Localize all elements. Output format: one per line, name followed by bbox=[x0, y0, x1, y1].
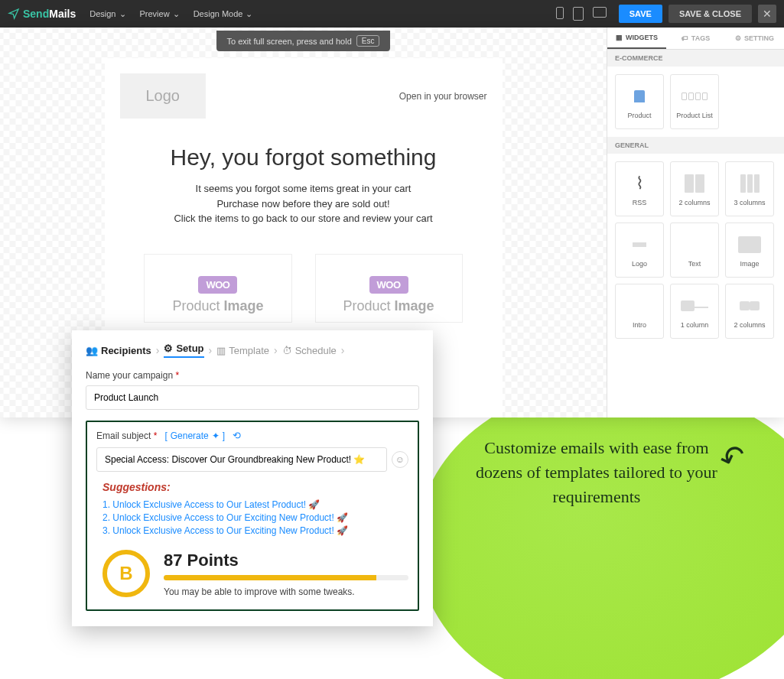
users-icon: 👥 bbox=[86, 345, 98, 356]
logo-placeholder[interactable]: Logo bbox=[120, 73, 207, 119]
app-topbar: SendMails Design ⌄ Preview ⌄ Design Mode… bbox=[0, 0, 784, 28]
ai-icon: ✦ bbox=[212, 430, 220, 441]
widget-product-list[interactable]: Product List bbox=[670, 74, 719, 129]
generate-link[interactable]: [Generate ✦] bbox=[164, 430, 225, 441]
widget-intro[interactable]: Intro bbox=[615, 284, 664, 339]
esc-key: Esc bbox=[356, 35, 380, 47]
send-icon bbox=[8, 8, 20, 20]
columns-2b-icon bbox=[736, 294, 763, 318]
step-schedule[interactable]: ⏱Schedule bbox=[282, 345, 337, 356]
woo-badge: WOO bbox=[369, 276, 408, 294]
chevron-right-icon: › bbox=[209, 344, 213, 356]
emoji-button[interactable]: ☺ bbox=[392, 451, 408, 468]
logo-icon bbox=[626, 232, 653, 257]
campaign-name-input[interactable] bbox=[86, 385, 419, 410]
suggestion-item[interactable]: Unlock Exclusive Access to Our Exciting … bbox=[102, 525, 408, 536]
menu-preview[interactable]: Preview ⌄ bbox=[140, 9, 180, 19]
widget-text[interactable]: Text bbox=[670, 223, 719, 278]
image-icon bbox=[736, 232, 763, 257]
shirt-icon bbox=[634, 90, 645, 102]
tab-setting[interactable]: ⚙SETTING bbox=[725, 28, 784, 49]
woo-badge: WOO bbox=[198, 276, 237, 294]
suggestion-item[interactable]: Unlock Exclusive Access to Our Exciting … bbox=[102, 512, 408, 523]
close-icon[interactable]: ✕ bbox=[758, 5, 776, 23]
campaign-name-label: Name your campaign * bbox=[86, 370, 419, 381]
refresh-icon[interactable]: ⟲ bbox=[233, 430, 241, 441]
gear-icon: ⚙ bbox=[164, 343, 173, 354]
chevron-down-icon: ⌄ bbox=[119, 9, 126, 19]
tab-widgets[interactable]: ▦WIDGETS bbox=[607, 28, 666, 49]
widget-3-columns[interactable]: 3 columns bbox=[725, 161, 774, 216]
tag-icon: 🏷 bbox=[682, 34, 688, 42]
widget-2-columns[interactable]: 2 columns bbox=[670, 161, 719, 216]
template-icon: ▥ bbox=[216, 345, 226, 356]
clock-icon: ⏱ bbox=[282, 345, 292, 356]
gear-icon: ⚙ bbox=[735, 34, 741, 42]
widget-2-columns-b[interactable]: 2 columns bbox=[725, 284, 774, 339]
menu-design-mode[interactable]: Design Mode ⌄ bbox=[194, 9, 253, 19]
text-icon bbox=[681, 232, 708, 257]
column-1-icon bbox=[681, 294, 708, 318]
right-panel: ▦WIDGETS 🏷TAGS ⚙SETTING E-COMMERCE Produ… bbox=[607, 28, 784, 417]
wizard-steps: 👥Recipients › ⚙Setup › ▥Template › ⏱Sche… bbox=[86, 343, 419, 358]
rss-icon: ⌇ bbox=[626, 171, 653, 196]
open-in-browser-link[interactable]: Open in your browser bbox=[399, 91, 487, 102]
menu-design[interactable]: Design ⌄ bbox=[89, 9, 125, 19]
subject-highlight-box: Email subject * [Generate ✦] ⟲ ☺ Suggest… bbox=[86, 421, 419, 611]
chevron-right-icon: › bbox=[341, 344, 345, 356]
widget-1-column[interactable]: 1 column bbox=[670, 284, 719, 339]
product-image-label: Product Image bbox=[172, 298, 263, 314]
email-headline[interactable]: Hey, you forgot something bbox=[120, 145, 487, 171]
brand-text-right: Mails bbox=[49, 8, 76, 20]
panel-tabs: ▦WIDGETS 🏷TAGS ⚙SETTING bbox=[607, 28, 784, 50]
step-template[interactable]: ▥Template bbox=[216, 345, 269, 356]
campaign-setup-card: 👥Recipients › ⚙Setup › ▥Template › ⏱Sche… bbox=[72, 330, 433, 626]
score-row: B 87 Points You may be able to improve w… bbox=[102, 550, 408, 597]
tablet-icon[interactable] bbox=[573, 7, 584, 21]
score-hint: You may be able to improve with some twe… bbox=[164, 586, 408, 597]
grid-icon: ▦ bbox=[616, 34, 623, 41]
section-general: GENERAL bbox=[607, 137, 784, 154]
widget-rss[interactable]: ⌇RSS bbox=[615, 161, 664, 216]
save-button[interactable]: SAVE bbox=[619, 5, 662, 23]
subject-input[interactable] bbox=[96, 447, 387, 472]
score-progress bbox=[164, 575, 408, 580]
subject-label: Email subject * bbox=[96, 430, 157, 441]
email-body[interactable]: It seems you forgot some items great in … bbox=[120, 181, 487, 226]
desktop-icon[interactable] bbox=[593, 7, 607, 18]
suggestions-list: Unlock Exclusive Access to Our Latest Pr… bbox=[102, 499, 408, 536]
step-recipients[interactable]: 👥Recipients bbox=[86, 345, 151, 356]
chevron-right-icon: › bbox=[274, 344, 278, 356]
chevron-right-icon: › bbox=[156, 344, 160, 356]
fullscreen-hint: To exit full screen, press and hold Esc bbox=[216, 31, 391, 51]
widget-logo[interactable]: Logo bbox=[615, 223, 664, 278]
save-close-button[interactable]: SAVE & CLOSE bbox=[669, 5, 752, 23]
shirt-grid-icon bbox=[681, 84, 708, 109]
score-badge: B bbox=[102, 550, 150, 597]
chevron-down-icon: ⌄ bbox=[246, 9, 252, 19]
marketing-callout: Customize emails with ease from dozens o… bbox=[470, 436, 723, 509]
suggestions-heading: Suggestions: bbox=[102, 481, 408, 493]
brand-logo: SendMails bbox=[8, 8, 76, 20]
section-ecommerce: E-COMMERCE bbox=[607, 50, 784, 67]
suggestion-item[interactable]: Unlock Exclusive Access to Our Latest Pr… bbox=[102, 499, 408, 510]
product-image-label: Product Image bbox=[343, 298, 434, 314]
decorative-blob bbox=[417, 382, 784, 679]
product-row: WOO Product Image WOO Product Image bbox=[120, 254, 487, 323]
tab-tags[interactable]: 🏷TAGS bbox=[666, 28, 725, 49]
chevron-down-icon: ⌄ bbox=[173, 9, 180, 19]
phone-icon[interactable] bbox=[556, 7, 564, 19]
columns-3-icon bbox=[736, 171, 763, 196]
widget-image[interactable]: Image bbox=[725, 223, 774, 278]
top-menu: Design ⌄ Preview ⌄ Design Mode ⌄ bbox=[89, 9, 252, 19]
device-preview-icons bbox=[556, 7, 607, 21]
score-points: 87 Points bbox=[164, 551, 408, 570]
product-card[interactable]: WOO Product Image bbox=[144, 254, 291, 323]
widget-product[interactable]: Product bbox=[615, 74, 664, 129]
step-setup[interactable]: ⚙Setup bbox=[164, 343, 203, 358]
product-card[interactable]: WOO Product Image bbox=[315, 254, 463, 323]
columns-2-icon bbox=[681, 171, 708, 196]
brand-text-left: Send bbox=[23, 8, 49, 20]
intro-icon bbox=[626, 294, 653, 318]
